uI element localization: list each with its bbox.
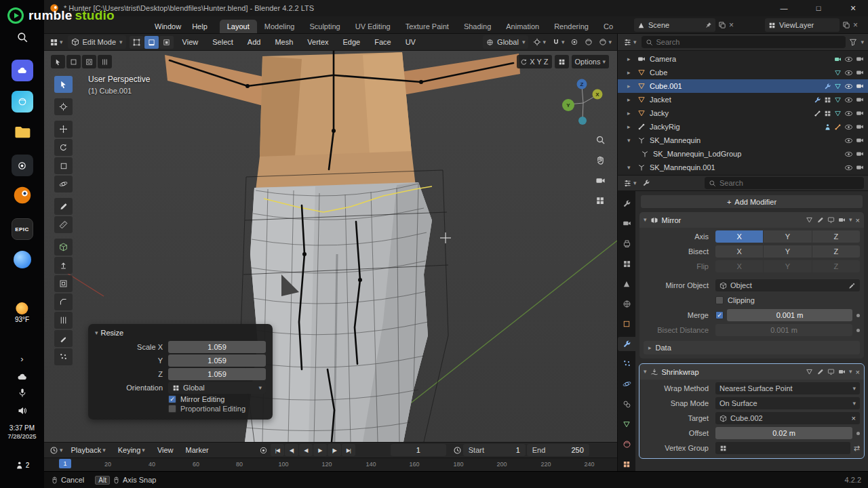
new-scene-icon[interactable] xyxy=(718,21,726,29)
taskbar-blender-icon[interactable] xyxy=(13,186,32,205)
toggle-y[interactable]: Y xyxy=(536,58,541,66)
tab-constraints[interactable] xyxy=(618,397,636,411)
tool-transform[interactable] xyxy=(54,176,73,192)
bisect-x-button[interactable]: X xyxy=(715,245,763,258)
scale-z-field[interactable]: 1.059 xyxy=(168,368,266,380)
tab-view-layer[interactable] xyxy=(618,257,636,271)
show-in-editmode-icon[interactable] xyxy=(816,368,824,375)
show-realtime-icon[interactable] xyxy=(827,368,835,375)
add-modifier-button[interactable]: + Add Modifier xyxy=(641,195,863,208)
pan-hand-icon[interactable] xyxy=(593,152,608,167)
current-frame-field[interactable]: 1 xyxy=(391,444,446,456)
outliner-options-chevron[interactable]: ▾ xyxy=(861,39,864,45)
taskbar-weather-widget[interactable]: 93°F xyxy=(15,302,29,323)
microphone-icon[interactable] xyxy=(17,388,27,398)
shrinkwrap-modifier-header[interactable]: ▾ Shrinkwrap ▾ × xyxy=(639,364,864,380)
toggle-x[interactable]: X xyxy=(530,58,534,66)
tab-particles[interactable] xyxy=(618,357,636,371)
tab-output[interactable] xyxy=(618,237,636,251)
tool-scale[interactable] xyxy=(54,157,73,174)
menu-window[interactable]: Window xyxy=(149,20,186,33)
merge-checkbox[interactable] xyxy=(715,311,724,319)
axis-z-button[interactable]: Z xyxy=(812,230,860,243)
hide-eye-icon[interactable] xyxy=(844,82,853,91)
menu-mesh[interactable]: Mesh xyxy=(269,35,298,49)
outliner-search-input[interactable] xyxy=(656,38,842,46)
wrap-method-dropdown[interactable]: Nearest Surface Point ▾ xyxy=(715,382,860,394)
properties-editor-type-button[interactable]: ▾ xyxy=(622,179,638,188)
tool-loop-cut[interactable] xyxy=(54,312,73,329)
hide-eye-icon[interactable] xyxy=(844,136,853,145)
ortho-toggle-icon[interactable] xyxy=(593,193,608,208)
camera-view-icon[interactable] xyxy=(593,173,608,188)
select-subtract-button[interactable] xyxy=(82,55,96,68)
axis-x-button[interactable]: X xyxy=(715,230,763,243)
target-object-field[interactable]: Cube.002 × xyxy=(715,412,860,424)
tab-texture[interactable] xyxy=(618,458,636,472)
timeline-editor-type-button[interactable]: ▾ xyxy=(48,446,64,455)
hide-eye-icon[interactable] xyxy=(844,55,853,64)
tool-measure[interactable] xyxy=(54,216,73,233)
toggle-z[interactable]: Z xyxy=(544,58,549,66)
taskbar-folder-icon[interactable] xyxy=(14,123,31,141)
tool-3d-cursor[interactable] xyxy=(54,98,73,115)
animate-dot-icon[interactable] xyxy=(856,432,860,435)
invert-vertex-group-icon[interactable]: ⇄ xyxy=(854,444,860,453)
offset-field[interactable]: 0.02 m xyxy=(715,427,852,439)
remove-viewlayer-icon[interactable]: × xyxy=(853,21,858,29)
modifier-extras-chevron[interactable]: ▾ xyxy=(849,217,852,223)
menu-timeline-view[interactable]: View xyxy=(152,443,179,457)
navigation-gizmo[interactable]: Z Y X xyxy=(559,76,608,129)
modifier-extras-chevron[interactable]: ▾ xyxy=(849,369,852,375)
select-intersect-button[interactable] xyxy=(98,55,112,68)
outliner-row-jacket[interactable]: ▸ Jacket xyxy=(618,93,868,106)
properties-search-input[interactable] xyxy=(719,179,860,187)
timeline-ruler[interactable]: 20 40 60 80 100 120 140 160 180 200 220 … xyxy=(44,458,617,471)
taskbar-expand-chevron[interactable]: › xyxy=(20,354,23,364)
disable-render-icon[interactable] xyxy=(856,68,864,77)
select-extend-button[interactable] xyxy=(66,55,81,68)
tab-modifiers[interactable] xyxy=(618,337,636,351)
taskbar-app-paint-icon[interactable] xyxy=(12,91,33,113)
disable-render-icon[interactable] xyxy=(856,150,864,158)
menu-help[interactable]: Help xyxy=(186,20,213,33)
outliner-row-sk-mannequin-lodgroup[interactable]: SK_Mannequin_LodGroup xyxy=(618,147,868,161)
play-button[interactable]: ▶ xyxy=(313,444,327,456)
transform-orientation-dropdown[interactable]: Global ▾ xyxy=(483,35,528,49)
bisect-z-button[interactable]: Z xyxy=(812,245,860,258)
menu-playback[interactable]: Playback▾ xyxy=(66,443,111,457)
mirror-modifier-header[interactable]: ▾ Mirror ▾ × xyxy=(639,212,864,228)
tool-move[interactable] xyxy=(54,121,73,138)
next-keyframe-button[interactable]: |▶ xyxy=(328,444,341,456)
show-on-cage-icon[interactable] xyxy=(806,216,813,224)
workspace-tab-compositing[interactable]: Co xyxy=(596,20,620,33)
menu-edge[interactable]: Edge xyxy=(338,35,366,49)
proportional-editing-checkbox[interactable]: Proportional Editing xyxy=(168,405,266,413)
filter-icon[interactable] xyxy=(849,38,857,46)
new-viewlayer-icon[interactable] xyxy=(842,21,850,29)
pivot-point-button[interactable]: ▾ xyxy=(532,38,547,46)
show-render-icon[interactable] xyxy=(838,368,846,375)
outliner-row-sk-mannequin-001[interactable]: ▾ SK_Mannequin.001 xyxy=(618,161,868,174)
animate-dot-icon[interactable] xyxy=(856,329,860,332)
workspace-tab-modeling[interactable]: Modeling xyxy=(257,20,302,33)
show-render-icon[interactable] xyxy=(838,216,846,224)
menu-face[interactable]: Face xyxy=(369,35,396,49)
workspace-tab-shading[interactable]: Shading xyxy=(456,20,498,33)
disable-render-icon[interactable] xyxy=(856,55,864,63)
tool-knife[interactable] xyxy=(54,330,73,347)
workspace-tab-rendering[interactable]: Rendering xyxy=(547,20,596,33)
jump-to-end-button[interactable]: ▶| xyxy=(342,444,355,456)
frame-start-field[interactable]: Start1 xyxy=(463,444,526,456)
outliner-editor-type-button[interactable]: ▾ xyxy=(622,38,638,47)
outliner-row-sk-mannequin[interactable]: ▾ SK_Mannequin xyxy=(618,134,868,147)
bisect-distance-field[interactable]: 0.001 m xyxy=(715,324,852,336)
hide-eye-icon[interactable] xyxy=(844,68,853,77)
options-dropdown[interactable]: Options ▾ xyxy=(572,55,609,68)
vertex-select-button[interactable] xyxy=(130,36,144,49)
tool-extrude[interactable] xyxy=(54,257,73,274)
hide-eye-icon[interactable] xyxy=(844,150,853,159)
tool-add-cube[interactable] xyxy=(54,239,73,256)
zoom-icon[interactable] xyxy=(593,132,608,147)
properties-search[interactable] xyxy=(705,177,864,189)
